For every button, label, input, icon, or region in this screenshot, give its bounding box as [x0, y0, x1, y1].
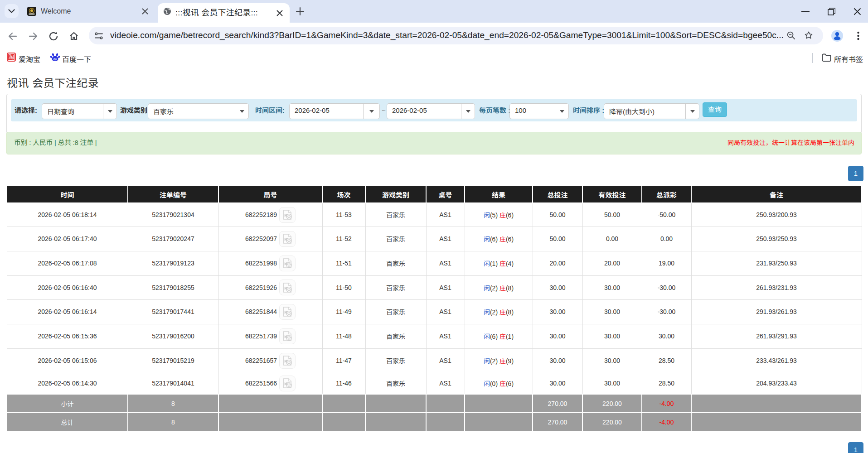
svg-text:du: du	[53, 58, 57, 61]
